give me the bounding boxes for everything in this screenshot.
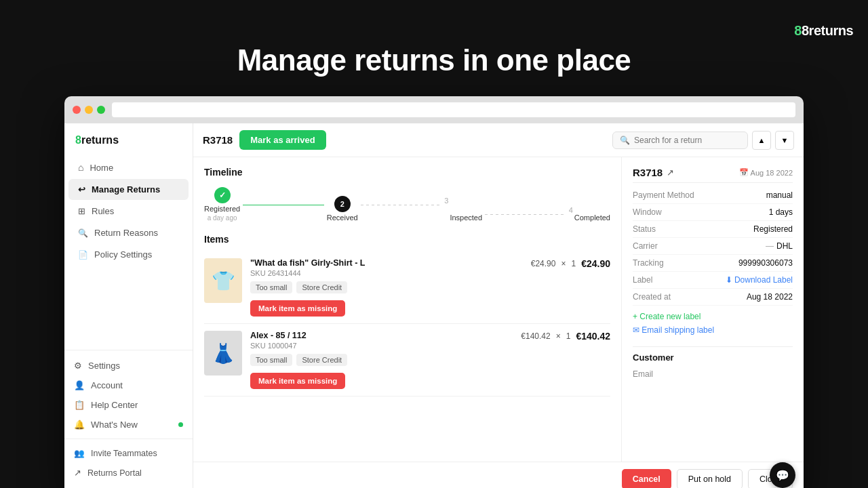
return-id: R3718 (203, 134, 233, 146)
sidebar-item-invite-label: Invite Teammates (91, 449, 157, 458)
create-new-label-link[interactable]: + Create new label (633, 310, 793, 323)
external-link-icon[interactable]: ↗ (667, 167, 674, 178)
step-completed-label: Completed (574, 214, 610, 222)
sidebar-item-policy-settings[interactable]: 📄 Policy Settings (68, 244, 189, 265)
sidebar-item-portal-label: Returns Portal (87, 468, 142, 478)
field-value: 999990306073 (738, 258, 793, 268)
close-traffic-light[interactable] (73, 106, 81, 114)
download-label-link[interactable]: ⬇ Download Label (726, 275, 793, 285)
item-2-total-price: €140.42 (576, 331, 610, 342)
field-status: Status Registered (633, 221, 793, 238)
item-2-quantity: 1 (566, 331, 571, 341)
item-2-mark-missing-button[interactable]: Mark item as missing (250, 373, 345, 389)
sidebar-item-policy-settings-label: Policy Settings (94, 249, 152, 260)
timeline-step-completed: Completed (574, 205, 610, 222)
nav-prev-button[interactable]: ▲ (752, 131, 771, 150)
item-card-2: 👗 Alex - 85 / 112 SKU 1000047 Too small … (204, 324, 610, 396)
sidebar-nav: ⌂ Home ↩ Manage Returns ⊞ Rules 🔍 Return… (64, 156, 193, 350)
cancel-button[interactable]: Cancel (622, 469, 671, 488)
address-bar[interactable] (112, 102, 795, 117)
field-carrier: Carrier — DHL (633, 238, 793, 255)
timeline-section: Timeline ✓ Registered a day ago (204, 167, 610, 222)
sidebar-item-manage-returns-label: Manage Returns (92, 184, 160, 195)
sidebar-item-settings[interactable]: ⚙ Settings (64, 356, 193, 375)
sidebar-item-help-center[interactable]: 📋 Help Center (64, 395, 193, 415)
sidebar-item-manage-returns[interactable]: ↩ Manage Returns (68, 179, 189, 200)
chat-button[interactable]: 💬 (770, 462, 795, 488)
sidebar-item-whats-new[interactable]: 🔔 What's New (64, 415, 193, 434)
item-2-price: €140.42 × 1 €140.42 (521, 331, 610, 342)
policy-settings-icon: 📄 (78, 250, 88, 260)
maximize-traffic-light[interactable] (97, 106, 105, 114)
field-label: Tracking (633, 258, 664, 268)
return-reasons-icon: 🔍 (78, 228, 88, 238)
calendar-icon: 📅 (739, 168, 749, 177)
email-label: Email (633, 369, 653, 379)
rules-icon: ⊞ (78, 206, 85, 216)
main-area: R3718 Mark as arrived 🔍 ▲ ▼ (193, 123, 804, 488)
home-icon: ⌂ (78, 162, 83, 173)
search-input[interactable] (634, 136, 741, 145)
step-received-label: Received (327, 214, 358, 222)
item-2-tag-0: Too small (250, 354, 292, 366)
field-label: Status (633, 224, 656, 234)
sidebar-item-account-label: Account (91, 380, 123, 390)
field-label-text: Label (633, 275, 652, 285)
page-headline: Manage returns in one place (237, 43, 631, 77)
item-1-mark-missing-button[interactable]: Mark item as missing (250, 300, 345, 317)
step-registered-label: Registered (204, 205, 240, 213)
timeline-step-received: 2 Received (327, 196, 358, 222)
sidebar-item-returns-portal[interactable]: ↗ Returns Portal (64, 463, 193, 483)
step-registered-circle: ✓ (214, 187, 231, 203)
right-date: 📅 Aug 18 2022 (739, 168, 793, 177)
account-icon: 👤 (74, 380, 85, 390)
sidebar-item-home-label: Home (90, 163, 113, 173)
timeline-title: Timeline (204, 167, 610, 178)
sidebar-bottom: ⚙ Settings 👤 Account 📋 Help Center 🔔 Wha… (64, 350, 193, 488)
email-shipping-label-link[interactable]: ✉ Email shipping label (633, 323, 793, 337)
browser-chrome (64, 96, 804, 123)
item-2-tag-1: Store Credit (296, 354, 347, 366)
field-label: Carrier (633, 241, 658, 251)
item-1-sku: SKU 26431444 (250, 269, 514, 277)
sidebar: 8returns ⌂ Home ↩ Manage Returns ⊞ Rules (64, 123, 193, 488)
sidebar-logo: 8returns (64, 131, 193, 156)
field-window: Window 1 days (633, 204, 793, 221)
field-value: Registered (753, 224, 793, 234)
timeline-line-1 (243, 205, 324, 206)
item-1-info: "What da fish" Girly-Shirt - L SKU 26431… (250, 258, 514, 317)
sidebar-item-account[interactable]: 👤 Account (64, 375, 193, 395)
put-on-hold-button[interactable]: Put on hold (677, 469, 743, 488)
step-received-circle: 2 (334, 196, 351, 212)
item-1-price: €24.90 × 1 €24.90 (522, 258, 610, 269)
browser-window: 8returns ⌂ Home ↩ Manage Returns ⊞ Rules (64, 96, 804, 488)
portal-icon: ↗ (74, 468, 81, 478)
timeline-line-2 (361, 205, 442, 206)
item-1-total-price: €24.90 (581, 258, 610, 269)
nav-next-button[interactable]: ▼ (775, 131, 794, 150)
top-bar: R3718 Mark as arrived 🔍 ▲ ▼ (193, 123, 804, 157)
sidebar-item-return-reasons[interactable]: 🔍 Return Reasons (68, 222, 189, 243)
item-1-multiply: × (561, 259, 566, 268)
search-bar[interactable]: 🔍 (612, 131, 748, 149)
search-icon: 🔍 (620, 136, 630, 145)
invite-icon: 👥 (74, 448, 85, 458)
sidebar-item-return-reasons-label: Return Reasons (94, 228, 158, 238)
field-tracking: Tracking 999990306073 (633, 255, 793, 272)
field-value: manual (766, 190, 793, 200)
sidebar-item-whats-new-label: What's New (91, 420, 138, 430)
minimize-traffic-light[interactable] (85, 106, 93, 114)
sidebar-item-home[interactable]: ⌂ Home (68, 157, 189, 178)
timeline-line-3 (485, 214, 566, 216)
sidebar-item-rules[interactable]: ⊞ Rules (68, 201, 189, 222)
mark-as-arrived-button[interactable]: Mark as arrived (239, 130, 326, 150)
sidebar-item-settings-label: Settings (88, 361, 120, 371)
item-1-image: 👕 (204, 258, 242, 303)
whats-new-icon: 🔔 (74, 420, 85, 430)
field-label: Payment Method (633, 190, 694, 200)
sidebar-item-invite-teammates[interactable]: 👥 Invite Teammates (64, 443, 193, 463)
brand-logo: 88returns (794, 23, 853, 38)
settings-icon: ⚙ (74, 361, 82, 371)
item-2-info: Alex - 85 / 112 SKU 1000047 Too small St… (250, 331, 513, 389)
customer-section: Customer Email (633, 352, 793, 382)
